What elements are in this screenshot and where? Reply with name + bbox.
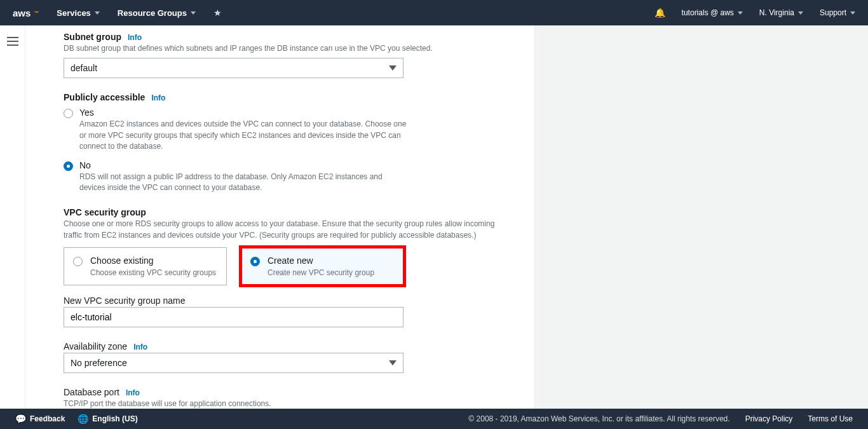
chevron-down-icon <box>389 65 397 71</box>
public-no-title: No <box>79 160 410 170</box>
pin-icon[interactable]: ★ <box>214 8 222 18</box>
caret-down-icon <box>798 11 803 15</box>
subnet-group-value: default <box>71 63 97 73</box>
radio-icon <box>73 257 83 266</box>
nav-support[interactable]: Support <box>820 8 855 17</box>
footer: 💬 Feedback 🌐 English (US) © 2008 - 2019,… <box>0 409 868 429</box>
aws-smile-icon: ⌣ <box>34 7 39 15</box>
hamburger-icon <box>7 37 18 46</box>
bell-icon[interactable]: 🔔 <box>654 8 665 18</box>
subnet-group-label: Subnet group <box>64 32 121 42</box>
az-info-link[interactable]: Info <box>133 343 147 351</box>
nav-account[interactable]: tutorials @ aws <box>682 8 743 17</box>
aws-logo[interactable]: aws ⌣ <box>13 8 39 18</box>
choose-existing-desc: Choose existing VPC security groups <box>90 268 216 277</box>
nav-support-label: Support <box>820 8 846 17</box>
top-nav: aws ⌣ Services Resource Groups ★ 🔔 tutor… <box>0 0 868 25</box>
nav-region[interactable]: N. Virginia <box>759 8 803 17</box>
public-no-option[interactable]: No RDS will not assign a public IP addre… <box>64 160 534 194</box>
sidebar-toggle[interactable] <box>0 25 25 409</box>
caret-down-icon <box>738 11 743 15</box>
db-port-desc: TCP/IP port the database will use for ap… <box>64 398 534 409</box>
db-port-label: Database port <box>64 387 119 397</box>
copyright-text: © 2008 - 2019, Amazon Web Services, Inc.… <box>468 414 729 423</box>
choose-existing-title: Choose existing <box>90 255 216 266</box>
main-content: Subnet group Info DB subnet group that d… <box>25 25 534 409</box>
feedback-link[interactable]: 💬 Feedback <box>15 414 65 424</box>
vpc-sg-create-new-tile[interactable]: Create new Create new VPC security group <box>241 247 404 285</box>
public-no-desc: RDS will not assign a public IP address … <box>79 172 410 194</box>
field-subnet-group: Subnet group Info DB subnet group that d… <box>64 32 534 78</box>
field-publicly-accessible: Publicly accessible Info Yes Amazon EC2 … <box>64 92 534 193</box>
nav-account-label: tutorials @ aws <box>682 8 734 17</box>
vpc-sg-choose-existing-tile[interactable]: Choose existing Choose existing VPC secu… <box>64 247 227 285</box>
create-new-title: Create new <box>268 255 374 266</box>
az-select[interactable]: No preference <box>64 353 403 373</box>
nav-services-label: Services <box>57 8 91 18</box>
radio-icon <box>64 109 73 118</box>
radio-selected-icon <box>250 257 260 266</box>
public-yes-option[interactable]: Yes Amazon EC2 instances and devices out… <box>64 107 534 152</box>
page-body: Subnet group Info DB subnet group that d… <box>0 25 868 409</box>
az-label: Availability zone <box>64 341 127 351</box>
caret-down-icon <box>850 11 855 15</box>
public-yes-title: Yes <box>79 107 410 118</box>
nav-region-label: N. Virginia <box>759 8 794 17</box>
subnet-group-desc: DB subnet group that defines which subne… <box>64 43 534 54</box>
vpc-sg-desc: Choose one or more RDS security groups t… <box>64 219 502 241</box>
field-database-port: Database port Info TCP/IP port the datab… <box>64 387 534 409</box>
create-new-desc: Create new VPC security group <box>268 268 374 277</box>
db-port-info-link[interactable]: Info <box>126 388 140 397</box>
privacy-policy-link[interactable]: Privacy Policy <box>745 414 793 423</box>
field-vpc-security-group: VPC security group Choose one or more RD… <box>64 207 534 285</box>
az-value: No preference <box>71 358 127 368</box>
chevron-down-icon <box>389 360 397 365</box>
new-sg-name-label: New VPC security group name <box>64 296 185 306</box>
subnet-group-select[interactable]: default <box>64 58 403 78</box>
field-availability-zone: Availability zone Info No preference <box>64 341 534 373</box>
nav-resource-groups-label: Resource Groups <box>118 8 187 18</box>
language-label: English (US) <box>92 414 137 423</box>
subnet-group-info-link[interactable]: Info <box>128 33 142 42</box>
vpc-sg-label: VPC security group <box>64 207 146 217</box>
chat-icon: 💬 <box>15 414 26 424</box>
new-sg-name-input[interactable] <box>64 307 403 327</box>
field-new-sg-name: New VPC security group name <box>64 296 534 327</box>
terms-of-use-link[interactable]: Terms of Use <box>808 414 853 423</box>
nav-services[interactable]: Services <box>57 8 100 18</box>
caret-down-icon <box>95 11 100 15</box>
feedback-label: Feedback <box>30 414 65 423</box>
right-empty-panel <box>534 25 868 409</box>
public-yes-desc: Amazon EC2 instances and devices outside… <box>79 119 410 152</box>
aws-logo-text: aws <box>13 8 31 18</box>
publicly-accessible-label: Publicly accessible <box>64 92 145 102</box>
publicly-accessible-info-link[interactable]: Info <box>151 93 165 102</box>
nav-resource-groups[interactable]: Resource Groups <box>118 8 196 18</box>
caret-down-icon <box>191 11 196 15</box>
globe-icon: 🌐 <box>78 414 88 424</box>
radio-selected-icon <box>64 161 73 171</box>
language-selector[interactable]: 🌐 English (US) <box>78 414 137 424</box>
